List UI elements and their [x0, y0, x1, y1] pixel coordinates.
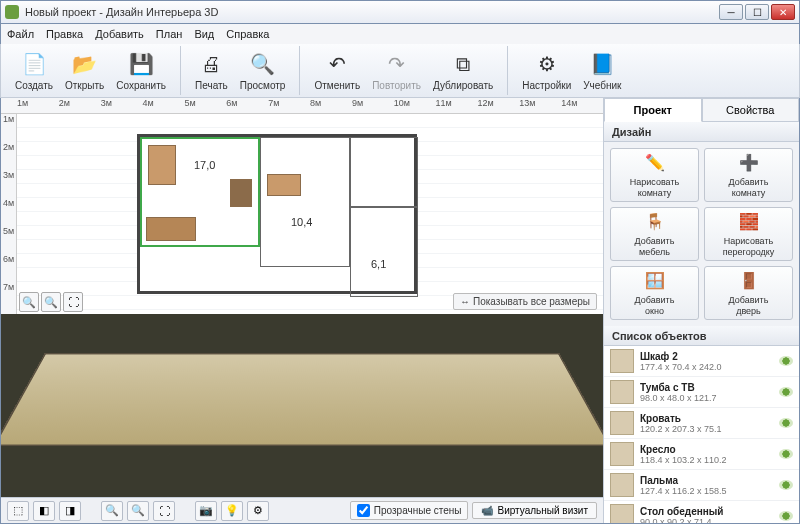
zoom-controls-2d: 🔍 🔍 ⛶: [19, 292, 83, 312]
menu-5[interactable]: Справка: [226, 28, 269, 40]
menu-1[interactable]: Правка: [46, 28, 83, 40]
room-3[interactable]: 6,1: [350, 207, 418, 297]
design-button-4[interactable]: 🪟Добавитьокно: [610, 266, 699, 320]
tool-Сохранить[interactable]: 💾Сохранить: [110, 46, 172, 95]
floor-plan-2d[interactable]: 17,0 10,4 6,1 🔍 🔍: [17, 114, 603, 314]
design-icon: ✏️: [644, 152, 666, 174]
transparent-walls-label: Прозрачные стены: [374, 505, 462, 516]
zoom-in-button[interactable]: 🔍: [41, 292, 61, 312]
object-item-5[interactable]: Стол обеденный90.0 x 90.2 x 71.4: [604, 501, 799, 523]
tool-Печать[interactable]: 🖨Печать: [189, 46, 234, 95]
furniture-chair[interactable]: [230, 179, 252, 207]
light-button[interactable]: 💡: [221, 501, 243, 521]
zoom-fit-3d-button[interactable]: ⛶: [153, 501, 175, 521]
object-dimensions: 90.0 x 90.2 x 71.4: [640, 517, 779, 524]
close-button[interactable]: ✕: [771, 4, 795, 20]
tab-project[interactable]: Проект: [604, 98, 702, 122]
tool-Просмотр[interactable]: 🔍Просмотр: [234, 46, 292, 95]
transparent-walls-toggle[interactable]: Прозрачные стены: [350, 501, 469, 520]
object-list[interactable]: Шкаф 2177.4 x 70.4 x 242.0Тумба с ТВ98.0…: [604, 346, 799, 523]
view-mode-button-3[interactable]: ◨: [59, 501, 81, 521]
tab-properties[interactable]: Свойства: [702, 98, 800, 122]
floor-outline[interactable]: 17,0 10,4 6,1: [137, 134, 417, 294]
object-name: Стол обеденный: [640, 506, 779, 517]
tool-Отменить[interactable]: ↶Отменить: [308, 46, 366, 95]
design-button-3[interactable]: 🧱Нарисоватьперегородку: [704, 207, 793, 261]
tool-Настройки[interactable]: ⚙Настройки: [516, 46, 577, 95]
design-label: Нарисоватькомнату: [630, 177, 679, 198]
toolbar: 📄Создать📂Открыть💾Сохранить🖨Печать🔍Просмо…: [0, 44, 800, 98]
design-button-0[interactable]: ✏️Нарисоватькомнату: [610, 148, 699, 202]
app-icon: [5, 5, 19, 19]
object-dimensions: 98.0 x 48.0 x 121.7: [640, 393, 779, 403]
menu-3[interactable]: План: [156, 28, 183, 40]
visibility-toggle-icon[interactable]: [779, 387, 793, 397]
tool-icon: ⧉: [449, 50, 477, 78]
design-button-2[interactable]: 🪑Добавитьмебель: [610, 207, 699, 261]
object-item-0[interactable]: Шкаф 2177.4 x 70.4 x 242.0: [604, 346, 799, 377]
zoom-fit-button[interactable]: ⛶: [63, 292, 83, 312]
snapshot-button[interactable]: 📷: [195, 501, 217, 521]
tool-label: Отменить: [314, 80, 360, 91]
design-label: Добавитьдверь: [729, 295, 769, 316]
room-2[interactable]: 10,4: [260, 137, 350, 267]
object-name: Кресло: [640, 444, 779, 455]
zoom-in-3d-button[interactable]: 🔍: [127, 501, 149, 521]
object-name: Пальма: [640, 475, 779, 486]
view-mode-button-2[interactable]: ◧: [33, 501, 55, 521]
canvas-area: 1м2м3м4м5м6м7м8м9м10м11м12м13м14м 1м2м3м…: [1, 98, 603, 523]
object-thumbnail: [610, 349, 634, 373]
design-button-1[interactable]: ➕Добавитькомнату: [704, 148, 793, 202]
tool-label: Дублировать: [433, 80, 493, 91]
object-thumbnail: [610, 473, 634, 497]
tool-Создать[interactable]: 📄Создать: [9, 46, 59, 95]
visibility-toggle-icon[interactable]: [779, 449, 793, 459]
window-title: Новый проект - Дизайн Интерьера 3D: [25, 6, 717, 18]
tool-icon: ⚙: [533, 50, 561, 78]
minimize-button[interactable]: ─: [719, 4, 743, 20]
menu-4[interactable]: Вид: [194, 28, 214, 40]
object-name: Тумба с ТВ: [640, 382, 779, 393]
object-item-2[interactable]: Кровать120.2 x 207.3 x 75.1: [604, 408, 799, 439]
object-item-4[interactable]: Пальма127.4 x 116.2 x 158.5: [604, 470, 799, 501]
tool-Повторить[interactable]: ↷Повторить: [366, 46, 427, 95]
transparent-walls-checkbox[interactable]: [357, 504, 370, 517]
tool-Дублировать[interactable]: ⧉Дублировать: [427, 46, 499, 95]
tool-icon: 🖨: [197, 50, 225, 78]
menu-2[interactable]: Добавить: [95, 28, 144, 40]
room-2-label: 10,4: [289, 216, 314, 228]
design-icon: 🧱: [738, 211, 760, 233]
visibility-toggle-icon[interactable]: [779, 480, 793, 490]
zoom-out-3d-button[interactable]: 🔍: [101, 501, 123, 521]
render-3d[interactable]: [1, 314, 603, 497]
object-item-3[interactable]: Кресло118.4 x 103.2 x 110.2: [604, 439, 799, 470]
view-mode-button-1[interactable]: ⬚: [7, 501, 29, 521]
furniture-desk[interactable]: [267, 174, 301, 196]
object-item-1[interactable]: Тумба с ТВ98.0 x 48.0 x 121.7: [604, 377, 799, 408]
sidebar-tabs: Проект Свойства: [604, 98, 799, 122]
tool-icon: ↶: [323, 50, 351, 78]
design-label: Добавитькомнату: [729, 177, 769, 198]
room-1[interactable]: 17,0: [140, 137, 260, 247]
menu-0[interactable]: Файл: [7, 28, 34, 40]
sidebar: Проект Свойства Дизайн ✏️Нарисоватькомна…: [603, 98, 799, 523]
show-dimensions-button[interactable]: ↔ Показывать все размеры: [453, 293, 597, 310]
zoom-out-button[interactable]: 🔍: [19, 292, 39, 312]
furniture-sofa[interactable]: [146, 217, 196, 241]
tool-Учебник[interactable]: 📘Учебник: [577, 46, 627, 95]
tool-icon: 🔍: [249, 50, 277, 78]
visibility-toggle-icon[interactable]: [779, 356, 793, 366]
camera-icon: 📹: [481, 505, 493, 516]
design-button-5[interactable]: 🚪Добавитьдверь: [704, 266, 793, 320]
visibility-toggle-icon[interactable]: [779, 511, 793, 521]
furniture-wardrobe[interactable]: [148, 145, 176, 185]
object-name: Кровать: [640, 413, 779, 424]
object-dimensions: 177.4 x 70.4 x 242.0: [640, 362, 779, 372]
tool-Открыть[interactable]: 📂Открыть: [59, 46, 110, 95]
settings-button[interactable]: ⚙: [247, 501, 269, 521]
room-4[interactable]: [350, 137, 418, 207]
visibility-toggle-icon[interactable]: [779, 418, 793, 428]
virtual-visit-button[interactable]: 📹 Виртуальный визит: [472, 502, 597, 519]
maximize-button[interactable]: ☐: [745, 4, 769, 20]
tool-label: Создать: [15, 80, 53, 91]
